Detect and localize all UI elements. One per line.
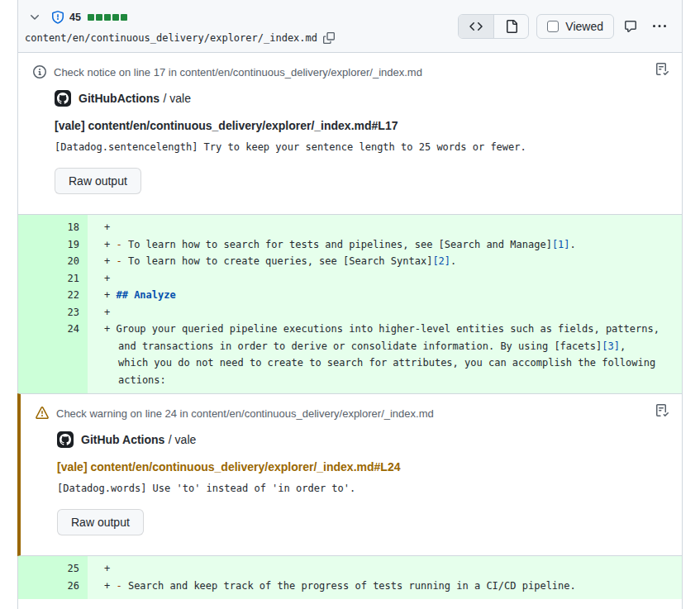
file-diff-card: 45 content/en/continuous_delivery/explor… [17,0,683,609]
rich-diff-button[interactable] [493,15,528,38]
addition-sign: + [104,323,110,335]
diff-line-content: + ## Analyze [88,287,682,304]
addition-sign: + [104,580,110,592]
warning-triangle-icon [36,407,49,420]
diff-line-number[interactable]: 23 [18,304,88,321]
addition-sign: + [104,255,110,267]
annotation-heading-text: Check warning on line 24 in content/en/c… [56,407,434,420]
diff-line-number[interactable]: 22 [18,287,88,304]
file-path: content/en/continuous_delivery/explorer/… [25,32,317,44]
fold-file-button[interactable] [25,9,45,26]
diff-line-content: + [88,304,682,321]
annotation-message: [Datadog.sentencelength] Try to keep you… [55,141,669,153]
check-app-name: GitHubActions [79,92,160,105]
annotation-message: [Datadog.words] Use 'to' instead of 'in … [57,483,669,494]
shield-alert-icon [51,11,64,24]
more-options-button[interactable] [650,17,669,36]
diff-hunk-1: 18+ 19+ - To learn how to search for tes… [18,215,682,393]
diffstat-block [88,14,94,21]
viewed-label: Viewed [565,20,603,33]
addition-sign: + [104,273,110,284]
diff-line-row: 23+ [18,304,682,321]
diff-hunk-2: 25+ 26+ - Search and keep track of the p… [18,556,682,599]
code-text: To learn how to search for tests and pip… [128,239,552,250]
viewed-checkbox[interactable] [547,21,559,32]
annotation-heading-text: Check notice on line 17 in content/en/co… [54,66,422,79]
addition-sign: + [104,563,110,574]
copy-path-button[interactable] [323,32,335,44]
addition-sign: + [104,221,110,233]
annotation-title-link[interactable]: [vale] content/en/continuous_delivery/ex… [57,460,400,473]
code-text: . [570,239,576,250]
diff-line-row: 25+ [18,560,682,578]
code-text: . [450,255,456,267]
check-annotation-warning: Check warning on line 24 in content/en/c… [17,393,682,556]
source-view-button[interactable] [459,15,493,38]
github-octocat-icon [57,93,69,104]
diff-line-content: + - To learn how to create queries, see … [88,253,682,270]
diff-line-number[interactable]: 25 [18,560,88,578]
check-app-name: GitHub Actions [81,433,164,446]
file-header-left: 45 content/en/continuous_delivery/explor… [25,0,335,52]
diff-line-row: 26+ - Search and keep track of the progr… [18,578,682,595]
diff-line-number[interactable]: 20 [18,253,88,270]
code-text: Search and keep track of the progress of… [128,580,576,592]
info-icon [33,65,46,79]
kebab-icon [653,20,666,33]
addition-sign: + [104,239,110,250]
diff-view-toggle [458,14,529,39]
github-octocat-icon [60,434,71,445]
code-text: Group your queried pipeline executions i… [116,323,665,352]
diff-line-row: 19+ - To learn how to search for tests a… [18,236,682,254]
diff-line-number[interactable]: 18 [18,219,88,236]
diff-line-content: + - To learn how to search for tests and… [88,236,682,254]
diff-line-content: + [88,219,682,236]
checklist-icon [655,404,669,417]
file-header: 45 content/en/continuous_delivery/explor… [18,0,682,53]
check-app-context: / vale [163,92,190,105]
syntax-heading: ## Analyze [116,289,175,301]
addition-sign: + [104,289,110,301]
viewed-toggle-button[interactable]: Viewed [536,14,614,39]
diff-line-content: + Group your queried pipeline executions… [88,321,682,388]
code-text: To learn how to create queries, see [Sea… [128,255,432,267]
syntax-ref: [2] [432,255,450,267]
file-icon [505,20,518,33]
annotation-count-value: 45 [69,12,81,23]
diff-line-number[interactable]: 24 [18,321,88,388]
diffstat-block [121,14,127,21]
raw-output-button[interactable]: Raw output [55,168,141,194]
checklist-icon-button[interactable] [655,63,669,76]
comment-button[interactable] [621,17,640,36]
syntax-bullet: - [116,580,127,592]
diff-line-row: 21+ [18,270,682,288]
diff-line-number[interactable]: 26 [18,578,88,595]
checklist-icon-button[interactable] [655,404,669,417]
annotation-title-link[interactable]: [vale] content/en/continuous_delivery/ex… [55,119,398,132]
code-icon [469,20,483,33]
addition-sign: + [104,307,110,318]
checklist-icon [655,63,669,76]
check-app-context: / vale [169,433,196,446]
diff-line-content: + [88,270,682,288]
diff-line-row: 24+ Group your queried pipeline executio… [18,321,682,388]
annotations-count-badge[interactable]: 45 [51,11,81,24]
diff-line-row: 18+ [18,219,682,236]
diff-line-number[interactable]: 21 [18,270,88,288]
github-actions-avatar [55,90,71,107]
github-actions-avatar [57,431,74,448]
diff-line-content: + - Search and keep track of the progres… [88,578,682,595]
diff-line-row: 22+ ## Analyze [18,287,682,304]
comment-icon [624,20,637,33]
chevron-down-icon [28,11,41,24]
copy-icon [323,32,335,44]
diffstat-block [96,14,102,21]
diff-line-number[interactable]: 19 [18,236,88,254]
raw-output-button[interactable]: Raw output [57,509,144,535]
syntax-bullet: - [116,239,127,250]
file-header-actions: Viewed [458,0,669,52]
syntax-ref: [3] [602,340,620,352]
diffstat-block [104,14,111,21]
check-annotation-notice: Check notice on line 17 in content/en/co… [18,53,682,215]
diffstat-blocks [88,14,127,21]
